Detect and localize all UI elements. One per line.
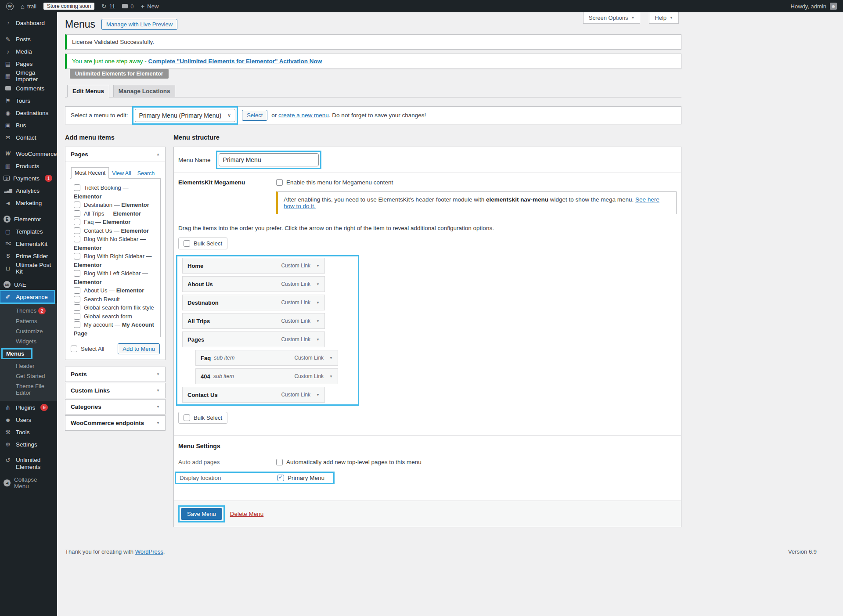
activation-link[interactable]: Complete "Unlimited Elements for Element… [148,58,322,65]
submenu-item-widgets[interactable]: Widgets [0,336,57,346]
page-checkbox-item[interactable]: Global search form [74,312,157,321]
checkbox[interactable] [184,414,190,421]
page-checkbox-item[interactable]: Faq — Elementor [74,218,157,227]
page-checkbox-item[interactable]: Search Result [74,295,157,304]
checkbox[interactable] [74,227,80,234]
submenu-item-theme-file-editor[interactable]: Theme File Editor [0,381,57,398]
sidebar-item-omega-importer[interactable]: ▦Omega Importer [0,70,57,82]
menu-item-pages[interactable]: Pages Custom Link ▼ [182,331,325,347]
checkbox[interactable] [74,236,80,242]
save-menu-button[interactable]: Save Menu [181,508,222,520]
page-checkbox-item[interactable]: My account — My Account Page [74,321,157,337]
sidebar-item-uae[interactable]: UEUAE [0,278,57,291]
page-checkbox-item[interactable]: Contact Us — Elementor [74,227,157,235]
chevron-down-icon[interactable]: ▼ [316,282,320,286]
auto-add-pages-checkbox[interactable]: Automatically add new top-level pages to… [276,459,422,465]
pages-accordion-header[interactable]: Pages ▲ [65,147,165,162]
page-checkbox-item[interactable]: Blog With No Sidebar — Elementor [74,235,157,252]
checkbox[interactable] [184,240,190,247]
tab-most-recent[interactable]: Most Recent [71,167,109,179]
new-content-button[interactable]: + New [141,3,159,10]
chevron-down-icon[interactable]: ▼ [316,393,320,397]
sidebar-item-elementor[interactable]: EElementor [0,213,57,225]
create-new-menu-link[interactable]: create a new menu [278,112,329,119]
checkbox[interactable] [74,184,80,191]
manage-live-preview-button[interactable]: Manage with Live Preview [101,19,177,30]
sidebar-item-dashboard[interactable]: ◔Dashboard [0,17,57,29]
sidebar-item-payments[interactable]: $Payments1 [0,172,57,184]
wordpress-logo-icon[interactable]: W [6,3,14,10]
updates-link[interactable]: ↻ 11 [101,3,115,10]
menu-item-404[interactable]: 404 sub item Custom Link ▼ [195,368,338,384]
checkbox-checked[interactable] [277,475,284,481]
submenu-item-menus[interactable]: Menus [0,346,57,361]
chevron-down-icon[interactable]: ▼ [316,301,320,305]
select-button[interactable]: Select [242,110,267,121]
sidebar-item-users[interactable]: ☻Users [0,414,57,426]
sidebar-item-analytics[interactable]: ▂▄▆Analytics [0,184,57,197]
site-link[interactable]: ⌂ trail [21,3,36,10]
sidebar-item-posts[interactable]: ✎Posts [0,33,57,45]
checkbox[interactable] [74,202,80,208]
submenu-item-header[interactable]: Header [0,361,57,371]
categories-accordion[interactable]: Categories ▼ [65,399,166,414]
tab-manage-locations[interactable]: Manage Locations [113,85,176,97]
sidebar-item-unlimited-elements[interactable]: ↺Unlimited Elements [0,454,57,473]
sidebar-item-media[interactable]: ♪Media [0,45,57,58]
menu-item-contact-us[interactable]: Contact Us Custom Link ▼ [182,387,325,403]
tab-edit-menus[interactable]: Edit Menus [67,85,109,97]
menu-item-faq[interactable]: Faq sub item Custom Link ▼ [195,350,338,366]
sidebar-item-tours[interactable]: ⚑Tours [0,94,57,107]
add-to-menu-button[interactable]: Add to Menu [118,343,160,354]
wordpress-link[interactable]: WordPress [135,548,163,555]
checkbox[interactable] [74,219,80,225]
page-checkbox-item[interactable]: Ticket Booking — Elementor [74,184,157,201]
howdy-admin[interactable]: Howdy, admin [791,3,826,10]
collapse-menu-button[interactable]: ◀Collapse Menu [0,477,57,489]
sidebar-item-settings[interactable]: ⚙Settings [0,438,57,450]
sidebar-item-prime-slider[interactable]: SPrime Slider [0,250,57,262]
sidebar-item-bus[interactable]: ▣Bus [0,119,57,131]
custom-links-accordion[interactable]: Custom Links ▼ [65,383,166,398]
checkbox[interactable] [276,179,283,186]
menu-select-dropdown[interactable]: Primary Menu (Primary Menu) ∨ [135,109,236,122]
display-location-checkbox[interactable]: Primary Menu [277,475,324,481]
menu-item-home[interactable]: Home Custom Link ▼ [182,258,325,274]
menu-name-input[interactable] [219,153,319,166]
sidebar-item-contact[interactable]: ✉Contact [0,131,57,144]
posts-accordion[interactable]: Posts ▼ [65,367,166,382]
checkbox[interactable] [276,459,283,465]
page-checkbox-item[interactable]: Destination — Elementor [74,201,157,209]
sidebar-item-marketing[interactable]: ◄Marketing [0,197,57,209]
chevron-down-icon[interactable]: ▼ [316,264,320,268]
sidebar-item-tools[interactable]: ⚒Tools [0,426,57,438]
sidebar-item-templates[interactable]: ▢Templates [0,225,57,238]
menu-item-about-us[interactable]: About Us Custom Link ▼ [182,276,325,292]
sidebar-item-plugins[interactable]: ⋔Plugins9 [0,401,57,414]
bulk-select-checkbox[interactable]: Bulk Select [178,238,227,249]
sidebar-item-pages[interactable]: ▤Pages [0,58,57,70]
sidebar-item-elementskit[interactable]: ≡<ElementsKit [0,238,57,250]
bulk-select-checkbox[interactable]: Bulk Select [178,412,227,424]
submenu-item-themes[interactable]: Themes2 [0,306,57,316]
sidebar-item-comments[interactable]: Comments [0,82,57,94]
sidebar-item-appearance[interactable]: ✐Appearance [0,291,54,303]
sidebar-item-woocommerce[interactable]: WWooCommerce [0,148,57,160]
checkbox[interactable] [71,346,77,352]
page-checkbox-item[interactable]: All Trips — Elementor [74,209,157,218]
checkbox[interactable] [74,270,80,277]
checkbox[interactable] [74,210,80,217]
chevron-down-icon[interactable]: ▼ [316,319,320,323]
checkbox[interactable] [74,287,80,294]
tab-view-all[interactable]: View All [109,168,134,179]
enable-megamenu-checkbox[interactable]: Enable this menu for Megamenu content [276,179,677,186]
menu-item-destination[interactable]: Destination Custom Link ▼ [182,295,325,310]
checkbox[interactable] [74,313,80,320]
checkbox[interactable] [74,296,80,303]
chevron-down-icon[interactable]: ▼ [329,356,333,360]
page-checkbox-item[interactable]: Blog With Right Sidebar — Elementor [74,252,157,269]
submenu-item-customize[interactable]: Customize [0,326,57,336]
avatar[interactable]: ☻ [830,3,837,10]
woocommerce-endpoints-accordion[interactable]: WooCommerce endpoints ▼ [65,415,166,431]
sidebar-item-products[interactable]: ▥Products [0,160,57,172]
